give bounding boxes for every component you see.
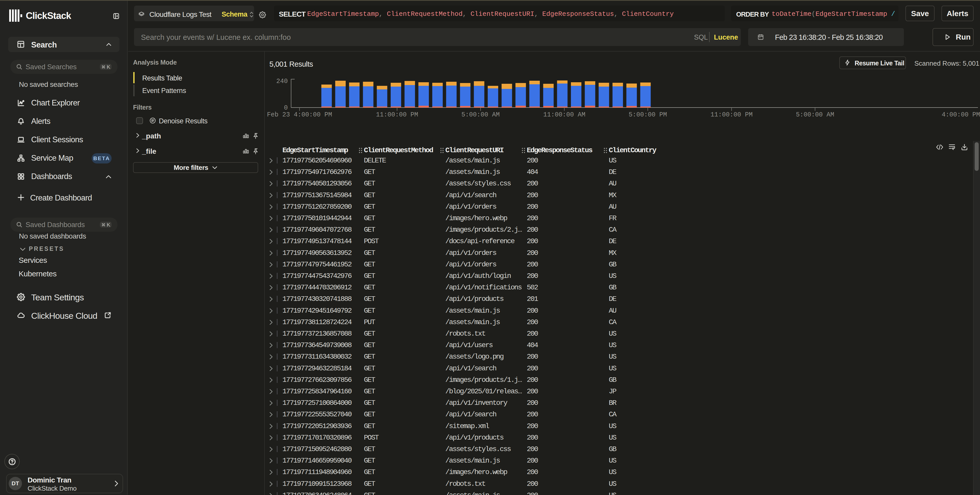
svg-text:5:00:00 AM: 5:00:00 AM — [796, 111, 834, 118]
svg-text:0: 0 — [284, 104, 288, 111]
svg-text:5:00:00 AM: 5:00:00 AM — [461, 111, 500, 118]
svg-text:11:00:00 PM: 11:00:00 PM — [376, 111, 418, 118]
svg-text:11:00:00 PM: 11:00:00 PM — [710, 111, 752, 118]
svg-text:Feb 23 4:00:00 PM: Feb 23 4:00:00 PM — [267, 111, 332, 118]
svg-text:5:00:00 PM: 5:00:00 PM — [628, 111, 667, 118]
svg-text:4:00:00 PM: 4:00:00 PM — [942, 111, 980, 118]
svg-text:11:00:00 AM: 11:00:00 AM — [543, 111, 585, 118]
svg-text:240: 240 — [276, 78, 288, 85]
